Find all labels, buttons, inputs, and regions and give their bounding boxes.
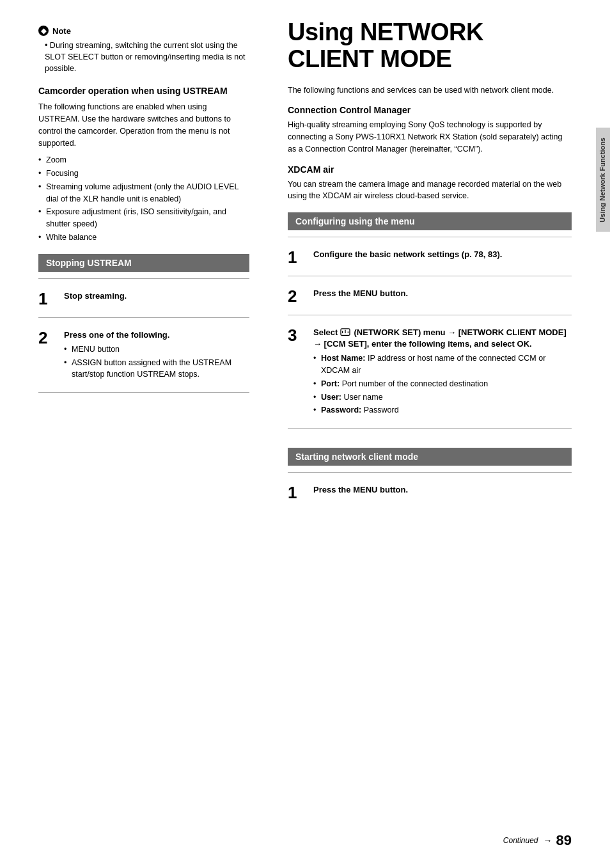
camcorder-heading: Camcorder operation when using USTREAM	[38, 86, 249, 96]
bullet-zoom: Zoom	[38, 154, 249, 166]
r-step-2-content: Press the MENU button.	[313, 288, 572, 299]
configuring-header: Configuring using the menu	[288, 212, 572, 230]
divider-r1	[288, 237, 572, 237]
note-icon: ◆	[38, 26, 49, 36]
xdcam-body: You can stream the camera image and mana…	[288, 178, 572, 203]
sidebar-label: Using Network Functions	[598, 138, 606, 223]
left-column: ◆ Note During streaming, switching the c…	[0, 0, 269, 868]
s-step-1-row: 1 Press the MENU button.	[288, 479, 572, 505]
step-2-container: 2 Press one of the following. MENU butto…	[38, 324, 249, 386]
step-1-number: 1	[38, 290, 59, 307]
step-2-text: Press one of the following.	[64, 330, 169, 340]
r-step-1-content: Configure the basic network settings (p.…	[313, 249, 572, 260]
right-column: Using NETWORK CLIENT MODE The following …	[269, 0, 610, 868]
r-step-3-number: 3	[288, 327, 308, 343]
step-1-row: 1 Stop streaming.	[38, 285, 249, 311]
r-step-1-text: Configure the basic network settings (p.…	[313, 249, 502, 259]
connection-body: High-quality streaming employing Sony Qo…	[288, 119, 572, 155]
s-step-1-number: 1	[288, 484, 308, 501]
r-step-3-text: Select (NETWORK SET) menu → [NETWORK CLI…	[313, 327, 567, 349]
step-2-row: 2 Press one of the following. MENU butto…	[38, 324, 249, 386]
r-step-2-text: Press the MENU button.	[313, 288, 408, 298]
divider-r5	[288, 472, 572, 473]
page-intro: The following functions and services can…	[288, 84, 572, 97]
page-number: 89	[556, 832, 572, 849]
s-step-1-content: Press the MENU button.	[313, 484, 572, 496]
divider-r3	[288, 315, 572, 315]
bullet-password: Password: Password	[313, 404, 572, 416]
step-2-bullet-2: ASSIGN button assigned with the USTREAM …	[64, 357, 249, 381]
r-step-2-number: 2	[288, 288, 308, 304]
divider-1	[38, 278, 249, 279]
bullet-host: Host Name: IP address or host name of th…	[313, 352, 572, 377]
note-bullet: During streaming, switching the current …	[38, 40, 249, 74]
r-step-1-container: 1 Configure the basic network settings (…	[288, 244, 572, 269]
bullet-port: Port: Port number of the connected desti…	[313, 378, 572, 390]
camcorder-body: The following functions are enabled when…	[38, 101, 249, 149]
bullet-focusing: Focusing	[38, 168, 249, 180]
bullet-streaming: Streaming volume adjustment (only the AU…	[38, 181, 249, 205]
bullet-white-balance: White balance	[38, 232, 249, 244]
stopping-header: Stopping USTREAM	[38, 254, 249, 272]
page-footer: Continued → 89	[503, 832, 572, 849]
note-section: ◆ Note During streaming, switching the c…	[38, 26, 249, 74]
divider-r4	[288, 428, 572, 429]
s-step-1-container: 1 Press the MENU button.	[288, 479, 572, 505]
step-1-text: Stop streaming.	[64, 291, 127, 301]
step-2-number: 2	[38, 329, 59, 346]
r-step-1-row: 1 Configure the basic network settings (…	[288, 244, 572, 269]
sidebar-tab: Using Network Functions	[596, 128, 610, 232]
bullet-user: User: User name	[313, 391, 572, 404]
r-step-3-container: 3 Select (NETWORK SET) menu → [NETWORK C…	[288, 322, 572, 422]
step-2-content: Press one of the following. MENU button …	[64, 329, 249, 382]
camcorder-bullets: Zoom Focusing Streaming volume adjustmen…	[38, 154, 249, 243]
step-1-content: Stop streaming.	[64, 290, 249, 302]
r-step-3-content: Select (NETWORK SET) menu → [NETWORK CLI…	[313, 327, 572, 418]
bullet-exposure: Exposure adjustment (iris, ISO sensitivi…	[38, 206, 249, 230]
divider-3	[38, 392, 249, 393]
xdcam-heading: XDCAM air	[288, 164, 572, 175]
page-title: Using NETWORK CLIENT MODE	[288, 19, 572, 73]
r-step-3-row: 3 Select (NETWORK SET) menu → [NETWORK C…	[288, 322, 572, 422]
connection-heading: Connection Control Manager	[288, 105, 572, 115]
step-2-bullet-1: MENU button	[64, 343, 249, 356]
step-2-bullets: MENU button ASSIGN button assigned with …	[64, 343, 249, 381]
continued-text: Continued	[503, 836, 538, 845]
r-step-3-bullets: Host Name: IP address or host name of th…	[313, 352, 572, 416]
r-step-2-row: 2 Press the MENU button.	[288, 283, 572, 308]
starting-header: Starting network client mode	[288, 448, 572, 466]
s-step-1-text: Press the MENU button.	[313, 485, 408, 494]
divider-2	[38, 317, 249, 318]
r-step-1-number: 1	[288, 249, 308, 265]
network-set-icon	[340, 328, 350, 337]
note-header: ◆ Note	[38, 26, 249, 36]
arrow-icon: →	[544, 835, 552, 846]
r-step-2-container: 2 Press the MENU button.	[288, 283, 572, 308]
page-container: ◆ Note During streaming, switching the c…	[0, 0, 610, 868]
note-label: Note	[52, 26, 71, 36]
step-1-container: 1 Stop streaming.	[38, 285, 249, 311]
divider-r2	[288, 276, 572, 276]
